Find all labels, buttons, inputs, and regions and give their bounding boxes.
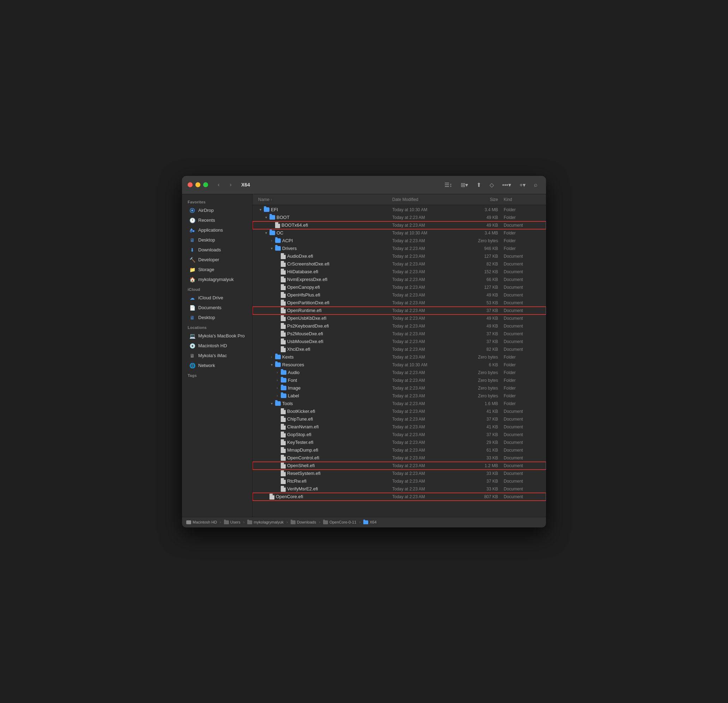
sidebar-item-airdrop[interactable]: AirDrop <box>183 206 251 215</box>
table-row[interactable]: OpenHfsPlus.efi Today at 2:23 AM 49 KB D… <box>253 291 546 299</box>
file-name: CrScreenshotDxe.efi <box>287 261 329 267</box>
table-row[interactable]: ▾ Resources Today at 10:30 AM 6 KB Folde… <box>253 361 546 369</box>
doc-icon <box>281 315 286 321</box>
sidebar-item-macbook[interactable]: 💻 Mykola's MacBook Pro <box>183 331 251 341</box>
table-row[interactable]: › Image Today at 2:23 AM Zero bytes Fold… <box>253 384 546 392</box>
table-row[interactable]: KeyTester.efi Today at 2:23 AM 29 KB Doc… <box>253 439 546 447</box>
table-row[interactable]: › Kexts Today at 2:23 AM Zero bytes Fold… <box>253 353 546 361</box>
sidebar-item-imac[interactable]: 🖥 Mykola's iMac <box>183 351 251 361</box>
file-size: Zero bytes <box>463 386 498 390</box>
back-button[interactable]: ‹ <box>214 180 224 190</box>
table-row[interactable]: AudioDxe.efi Today at 2:23 AM 127 KB Doc… <box>253 252 546 260</box>
table-row[interactable]: ▾ OC Today at 10:30 AM 3.4 MB Folder <box>253 229 546 237</box>
file-size: 152 KB <box>463 269 498 274</box>
col-date-header[interactable]: Date Modified <box>392 196 463 203</box>
table-row[interactable]: ChipTune.efi Today at 2:23 AM 37 KB Docu… <box>253 415 546 423</box>
table-row[interactable]: OpenUsbKbDxe.efi Today at 2:23 AM 49 KB … <box>253 314 546 322</box>
table-row[interactable]: BOOTx64.efi Today at 2:23 AM 49 KB Docum… <box>253 222 546 229</box>
doc-icon <box>281 269 286 275</box>
file-kind: Document <box>498 417 540 422</box>
forward-button[interactable]: › <box>226 180 235 190</box>
sidebar-item-icloud-drive[interactable]: ☁ iCloud Drive <box>183 293 251 303</box>
table-row[interactable]: OpenPartitionDxe.efi Today at 2:23 AM 53… <box>253 299 546 307</box>
table-row[interactable]: BootKicker.efi Today at 2:23 AM 41 KB Do… <box>253 408 546 415</box>
table-row[interactable]: › Audio Today at 2:23 AM Zero bytes Fold… <box>253 369 546 376</box>
more-button[interactable]: •••▾ <box>500 180 514 190</box>
table-row[interactable]: OpenShell.efi Today at 2:23 AM 1.2 MB Do… <box>253 462 546 470</box>
breadcrumb-item[interactable]: X64 <box>363 520 377 524</box>
file-size: 33 KB <box>463 471 498 476</box>
file-name-cell: OpenCore.efi <box>258 494 392 500</box>
file-name: Ps2MouseDxe.efi <box>287 331 323 336</box>
breadcrumb-item[interactable]: mykolagrymalyuk <box>247 520 283 524</box>
add-button[interactable]: +▾ <box>517 180 529 190</box>
share-button[interactable]: ⬆ <box>474 180 484 190</box>
table-row[interactable]: UsbMouseDxe.efi Today at 2:23 AM 37 KB D… <box>253 338 546 346</box>
breadcrumb-separator: › <box>286 520 288 524</box>
table-row[interactable]: HiiDatabase.efi Today at 2:23 AM 152 KB … <box>253 268 546 276</box>
table-row[interactable]: › Label Today at 2:23 AM Zero bytes Fold… <box>253 392 546 400</box>
table-row[interactable]: ResetSystem.efi Today at 2:23 AM 33 KB D… <box>253 470 546 477</box>
breadcrumb-item[interactable]: OpenCore-0-11 <box>323 520 356 524</box>
sidebar-item-network[interactable]: 🌐 Network <box>183 361 251 370</box>
col-kind-header[interactable]: Kind <box>498 196 540 203</box>
view-grid-button[interactable]: ⊞▾ <box>458 180 471 190</box>
breadcrumb-item[interactable]: Macintosh HD <box>186 520 217 524</box>
table-row[interactable]: XhciDxe.efi Today at 2:23 AM 82 KB Docum… <box>253 346 546 353</box>
table-row[interactable]: ▾ EFI Today at 10:30 AM 3.4 MB Folder <box>253 206 546 214</box>
table-row[interactable]: OpenControl.efi Today at 2:23 AM 33 KB D… <box>253 454 546 462</box>
sidebar-item-storage[interactable]: 📁 Storage <box>183 265 251 275</box>
sidebar-item-macintosh-hd[interactable]: 💿 Macintosh HD <box>183 341 251 351</box>
minimize-button[interactable] <box>195 182 200 187</box>
table-row[interactable]: OpenRuntime.efi Today at 2:23 AM 37 KB D… <box>253 307 546 314</box>
table-row[interactable]: ▾ BOOT Today at 2:23 AM 49 KB Folder <box>253 214 546 222</box>
close-button[interactable] <box>188 182 192 187</box>
search-icon: ⌕ <box>534 182 537 188</box>
finder-window: ‹ › X64 ☰↕ ⊞▾ ⬆ ◇ •••▾ +▾ ⌕ <box>182 176 546 527</box>
table-row[interactable]: OpenCore.efi Today at 2:23 AM 807 KB Doc… <box>253 493 546 501</box>
table-row[interactable]: ▾ Tools Today at 2:23 AM 1.6 MB Folder <box>253 400 546 408</box>
sidebar-item-downloads[interactable]: ⬇ Downloads <box>183 245 251 255</box>
tag-button[interactable]: ◇ <box>487 180 497 190</box>
view-list-button[interactable]: ☰↕ <box>442 180 455 190</box>
file-name: OC <box>276 230 283 235</box>
desktop-icon: 🖥 <box>189 237 195 243</box>
table-row[interactable]: MmapDump.efi Today at 2:23 AM 61 KB Docu… <box>253 447 546 454</box>
file-name-cell: ▾ BOOT <box>258 215 392 220</box>
breadcrumb-item[interactable]: Downloads <box>290 520 316 524</box>
sidebar-item-developer[interactable]: 🔨 Developer <box>183 255 251 265</box>
table-row[interactable]: Ps2MouseDxe.efi Today at 2:23 AM 37 KB D… <box>253 330 546 338</box>
file-name-cell: BOOTx64.efi <box>258 222 392 228</box>
col-size-header[interactable]: Size <box>463 196 498 203</box>
maximize-button[interactable] <box>203 182 208 187</box>
sidebar-item-desktop-icloud[interactable]: 🖥 Desktop <box>183 313 251 323</box>
search-button[interactable]: ⌕ <box>531 180 540 189</box>
breadcrumb-separator: › <box>359 520 361 524</box>
sidebar-item-documents[interactable]: 📄 Documents <box>183 303 251 313</box>
table-row[interactable]: › Font Today at 2:23 AM Zero bytes Folde… <box>253 376 546 384</box>
table-row[interactable]: › ACPI Today at 2:23 AM Zero bytes Folde… <box>253 237 546 245</box>
sidebar-item-recents[interactable]: 🕐 Recents <box>183 215 251 225</box>
sidebar-desktop-icloud-label: Desktop <box>198 315 215 320</box>
sidebar-item-desktop[interactable]: 🖥 Desktop <box>183 235 251 245</box>
svg-point-0 <box>191 209 193 212</box>
file-kind: Folder <box>498 230 540 235</box>
desktop-icloud-icon: 🖥 <box>189 314 195 321</box>
sidebar-item-home[interactable]: 🏠 mykolagrymalyuk <box>183 275 251 285</box>
table-row[interactable]: GopStop.efi Today at 2:23 AM 37 KB Docum… <box>253 431 546 439</box>
table-row[interactable]: RtcRw.efi Today at 2:23 AM 37 KB Documen… <box>253 477 546 485</box>
table-row[interactable]: NvmExpressDxe.efi Today at 2:23 AM 66 KB… <box>253 276 546 284</box>
chevron-right-icon: › <box>270 355 274 359</box>
file-kind: Folder <box>498 386 540 390</box>
table-row[interactable]: CrScreenshotDxe.efi Today at 2:23 AM 82 … <box>253 260 546 268</box>
table-row[interactable]: OpenCanopy.efi Today at 2:23 AM 127 KB D… <box>253 284 546 291</box>
sidebar-item-applications[interactable]: Applications <box>183 225 251 235</box>
table-row[interactable]: VerifyMsrE2.efi Today at 2:23 AM 33 KB D… <box>253 485 546 493</box>
col-name-header[interactable]: Name <box>258 196 392 203</box>
table-row[interactable]: CleanNvram.efi Today at 2:23 AM 41 KB Do… <box>253 423 546 431</box>
breadcrumb-label: mykolagrymalyuk <box>254 520 283 524</box>
file-kind: Document <box>498 440 540 445</box>
table-row[interactable]: Ps2KeyboardDxe.efi Today at 2:23 AM 49 K… <box>253 322 546 330</box>
breadcrumb-item[interactable]: Users <box>224 520 241 524</box>
table-row[interactable]: ▾ Drivers Today at 2:23 AM 946 KB Folder <box>253 245 546 252</box>
